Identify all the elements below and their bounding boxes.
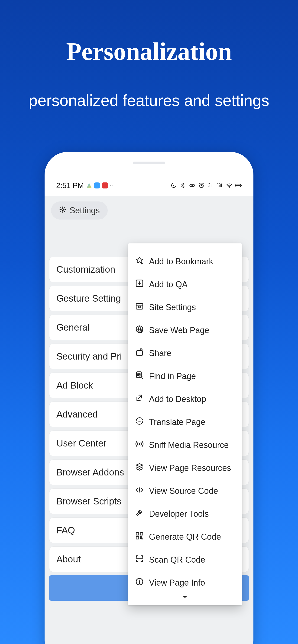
svg-point-5 (229, 187, 229, 188)
settings-item-label: Ad Block (56, 380, 93, 390)
globe-down-icon (135, 325, 144, 336)
menu-item-qr-scan[interactable]: Scan QR Code (135, 548, 235, 571)
radio-wave-icon (135, 440, 144, 450)
bluetooth-icon (180, 182, 186, 189)
scan-icon (135, 554, 144, 565)
status-app-icons: ·· (86, 182, 114, 189)
menu-item-label: Translate Page (149, 417, 205, 427)
menu-item-source[interactable]: View Source Code (135, 480, 235, 502)
settings-item-label: Advanced (56, 409, 98, 419)
menu-item-site-settings[interactable]: Site Settings (135, 296, 235, 319)
menu-item-desktop[interactable]: Add to Desktop (135, 388, 235, 410)
menu-item-page-info[interactable]: View Page Info (135, 571, 235, 594)
settings-item-label: Customization (56, 264, 115, 274)
menu-item-label: View Page Resources (149, 463, 231, 473)
alarm-icon (198, 182, 205, 189)
star-plus-icon (135, 256, 144, 267)
menu-item-label: Scan QR Code (149, 555, 205, 565)
settings-item-label: Browser Addons (56, 467, 124, 477)
code-icon (135, 486, 144, 496)
settings-chip[interactable]: Settings (51, 202, 108, 220)
battery-icon (235, 182, 242, 189)
gear-icon (59, 206, 66, 215)
svg-rect-14 (136, 351, 142, 356)
svg-rect-21 (140, 532, 143, 535)
menu-item-label: Generate QR Code (149, 532, 221, 542)
menu-item-find[interactable]: Find in Page (135, 365, 235, 388)
wifi-icon (226, 182, 232, 189)
menu-item-label: Add to QA (149, 280, 187, 289)
chevron-down-icon (182, 596, 188, 600)
site-gear-icon (135, 302, 144, 313)
header-row: Settings (45, 196, 253, 220)
menu-item-translate[interactable]: A Translate Page (135, 410, 235, 434)
menu-item-label: Developer Tools (149, 509, 209, 519)
svg-text:HD: HD (217, 182, 219, 184)
menu-item-resources[interactable]: View Page Resources (135, 456, 235, 480)
desktop-out-icon (135, 394, 144, 404)
menu-item-share[interactable]: Share (135, 342, 235, 365)
menu-more-indicator[interactable] (135, 594, 235, 602)
settings-item-label: Browser Scripts (56, 496, 121, 506)
settings-item-label: Gesture Setting (56, 293, 121, 304)
translate-icon: A (135, 416, 144, 428)
svg-rect-7 (236, 184, 240, 186)
info-icon (135, 577, 144, 588)
menu-item-label: Add to Bookmark (149, 257, 213, 266)
svg-rect-15 (136, 372, 141, 378)
menu-item-bookmark[interactable]: Add to Bookmark (135, 250, 235, 273)
status-bar: 2:51 PM ·· HD HD (45, 180, 253, 191)
signal-hd2-icon: HD (217, 182, 223, 189)
settings-item-label: FAQ (56, 525, 75, 535)
svg-point-12 (139, 306, 140, 308)
menu-item-label: View Page Info (149, 578, 205, 588)
svg-point-19 (139, 443, 140, 445)
qr-icon (135, 531, 144, 542)
settings-item-label: User Center (56, 438, 107, 448)
menu-item-label: View Source Code (149, 486, 218, 496)
layers-icon (135, 462, 144, 474)
settings-item-label: Security and Pri (56, 351, 122, 362)
status-time: 2:51 PM (56, 181, 84, 190)
menu-item-label: Add to Desktop (149, 394, 206, 404)
menu-item-save-page[interactable]: Save Web Page (135, 319, 235, 342)
menu-item-qa[interactable]: Add to QA (135, 273, 235, 296)
hero-subtitle: personalized features and settings (0, 91, 298, 110)
svg-rect-8 (241, 185, 242, 186)
svg-text:A: A (138, 419, 141, 423)
share-icon (135, 348, 144, 359)
settings-item-label: General (56, 322, 89, 332)
context-menu: Add to Bookmark Add to QA Site Settings … (128, 244, 242, 605)
svg-rect-20 (136, 532, 139, 535)
signal-hd-icon: HD (207, 182, 214, 189)
wrench-icon (135, 508, 144, 519)
phone-frame: 2:51 PM ·· HD HD Settings (45, 152, 253, 644)
menu-item-label: Sniff Media Resource (149, 440, 229, 450)
menu-item-label: Share (149, 348, 171, 358)
svg-point-1 (191, 185, 193, 186)
menu-item-qr-gen[interactable]: Generate QR Code (135, 525, 235, 548)
find-page-icon (135, 371, 144, 382)
battery-pill-icon (189, 182, 195, 189)
plus-box-icon (135, 279, 144, 290)
menu-item-label: Save Web Page (149, 326, 209, 335)
moon-icon (170, 182, 177, 189)
svg-point-24 (139, 580, 140, 581)
settings-chip-label: Settings (70, 206, 100, 215)
settings-item-label: About (56, 554, 81, 564)
svg-text:HD: HD (208, 182, 210, 184)
content-area: Settings Customization Gesture Setting G… (45, 196, 253, 644)
menu-item-label: Find in Page (149, 372, 196, 381)
menu-item-sniff[interactable]: Sniff Media Resource (135, 434, 235, 456)
hero-title: Personalization (0, 37, 298, 66)
svg-point-9 (62, 209, 64, 211)
svg-rect-22 (136, 536, 139, 539)
menu-item-devtools[interactable]: Developer Tools (135, 502, 235, 525)
menu-item-label: Site Settings (149, 302, 196, 312)
